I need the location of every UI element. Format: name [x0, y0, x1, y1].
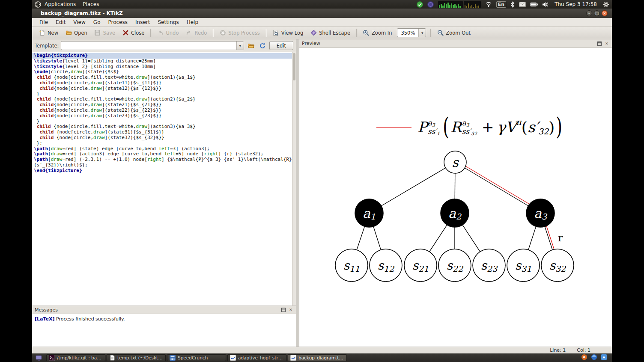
formula-superscript-sub: 3	[432, 122, 435, 128]
close-label: Close	[131, 30, 144, 36]
menu-file[interactable]: File	[36, 18, 52, 26]
code-token: child	[37, 74, 51, 80]
keyboard-layout-indicator[interactable]: En	[496, 1, 506, 8]
wifi-icon[interactable]	[485, 1, 492, 7]
terminal-icon	[49, 355, 55, 361]
applications-menu[interactable]: Applications	[41, 0, 79, 9]
code-token: ](action3){$a_3$}	[147, 124, 196, 129]
distributor-logo-icon[interactable]	[35, 1, 41, 8]
toolbar: NewOpenSaveCloseUndoRedoStop ProcessView…	[32, 27, 612, 39]
code-token: [	[48, 157, 51, 162]
toolbar-separator	[266, 29, 266, 37]
battery-icon[interactable]	[530, 3, 538, 6]
desktop: Applications Places En	[32, 0, 612, 362]
menu-settings[interactable]: Settings	[154, 18, 182, 26]
code-token	[34, 124, 37, 129]
editor-scrollbar[interactable]	[292, 52, 296, 306]
code-token: =red] (state) edge [curve to,bend	[62, 146, 158, 151]
tray-icon-browser[interactable]	[591, 354, 597, 362]
formula-red-line	[376, 127, 411, 128]
zoom-level-combobox[interactable]: 350%▾	[397, 28, 426, 37]
redo-label: Redo	[194, 30, 207, 36]
zoomin-button[interactable]: Zoom In	[360, 28, 395, 38]
menu-go[interactable]: Go	[89, 18, 104, 26]
zoom-dropdown-arrow-icon[interactable]: ▾	[418, 29, 426, 37]
code-token	[34, 74, 37, 80]
code-token: \begin{tikzpicture}	[34, 53, 88, 58]
zoomin-label: Zoom In	[372, 30, 392, 36]
shell-label: Shell Escape	[319, 30, 350, 36]
taskbar-item-label: backup_diagram.tikz ...	[298, 355, 344, 360]
formula-subscript-sub: 32	[471, 131, 477, 136]
viewlog-button[interactable]: View Log	[269, 28, 307, 38]
close-window-button[interactable]: ×	[602, 10, 608, 16]
preview-title: Preview	[302, 41, 597, 46]
formula-segment: s′	[528, 119, 538, 136]
code-line[interactable]: child{node[circle,draw](state12){$s_{12}…	[32, 86, 292, 92]
code-token: child	[39, 129, 54, 135]
code-token	[34, 86, 39, 91]
code-token: =red] (-2.3,1) -- +(1,0) node[	[62, 157, 147, 162]
bluetooth-icon[interactable]	[510, 1, 515, 8]
preview-float-button[interactable]	[597, 41, 602, 46]
code-line[interactable]: \end{tikzpicture}	[32, 168, 292, 174]
taskbar-item[interactable]: /tmp/ktikz.git : bash ...	[46, 354, 105, 361]
mail-icon[interactable]	[519, 2, 526, 7]
ktikz-icon	[290, 355, 296, 361]
template-dropdown-arrow-icon[interactable]: ▾	[236, 42, 244, 50]
template-combobox[interactable]: ▾	[61, 41, 244, 50]
code-token: }	[34, 91, 39, 97]
code-token: ](state23){$s_{23}$}}	[102, 113, 161, 119]
open-button[interactable]: Open	[62, 28, 90, 38]
code-token: ](action2){$a_2$}	[147, 96, 196, 102]
shell-button[interactable]: Shell Escape	[307, 28, 353, 38]
preview-panel[interactable]: sa1a2a3s11s12s21s22s23s31s32r Pa3ss′1(Ra…	[299, 48, 612, 347]
vertical-splitter[interactable]	[296, 39, 299, 347]
code-line[interactable]: child {node[circle,draw](state32){$s_{32…	[32, 135, 292, 141]
new-button[interactable]: New	[36, 28, 61, 38]
tray-icon-software[interactable]	[581, 354, 587, 362]
close-button[interactable]: Close	[119, 28, 147, 38]
template-reload-button[interactable]	[258, 41, 267, 50]
minimize-button[interactable]: –	[586, 10, 592, 16]
editor-scrollbar-handle[interactable]	[293, 53, 295, 80]
menu-insert[interactable]: Insert	[131, 18, 154, 26]
formula-segment: P	[417, 119, 427, 136]
code-token: [	[48, 146, 51, 151]
code-token	[34, 102, 39, 107]
menu-edit[interactable]: Edit	[52, 18, 69, 26]
taskbar-item[interactable]: SpeedCrunch	[167, 354, 226, 361]
taskbar-item-label: adaptive_hopf_struc...	[238, 355, 284, 360]
menu-view[interactable]: View	[69, 18, 89, 26]
clock[interactable]: Thu Sep 3 17:58	[553, 1, 599, 7]
maximize-button[interactable]: □	[594, 10, 600, 16]
update-ok-icon[interactable]	[417, 1, 423, 8]
formula-segment: (	[443, 113, 449, 140]
places-menu[interactable]: Places	[79, 0, 102, 9]
system-monitor-applet[interactable]	[438, 1, 481, 8]
shell-icon	[310, 30, 317, 36]
menu-help[interactable]: Help	[183, 18, 202, 26]
code-area[interactable]: \begin{tikzpicture}\tikzstyle{level 1}=[…	[32, 53, 292, 174]
gear-menu-icon[interactable]	[603, 1, 609, 8]
volume-icon[interactable]	[542, 2, 549, 7]
menu-process[interactable]: Process	[104, 18, 131, 26]
show-desktop-button[interactable]	[34, 354, 43, 361]
messages-float-button[interactable]	[281, 307, 286, 312]
tray-icon-files[interactable]	[601, 354, 607, 362]
code-token: ](action1){$a_1$}	[147, 74, 196, 80]
taskbar-item[interactable]: temp.txt (~/Desktop...	[107, 354, 166, 361]
formula-segment: 32	[538, 127, 549, 136]
code-token: (s'_{32})\right)$};	[34, 162, 88, 168]
window-titlebar[interactable]: backup_diagram.tikz - KTikZ – □ ×	[32, 9, 612, 18]
template-edit-button[interactable]: Edit	[269, 41, 293, 50]
zoomout-button[interactable]: Zoom Out	[434, 28, 474, 38]
taskbar-item[interactable]: backup_diagram.tikz ...	[288, 354, 347, 361]
session-indicator-icon[interactable]	[427, 1, 434, 8]
taskbar-item[interactable]: adaptive_hopf_struc...	[227, 354, 286, 361]
template-open-folder-button[interactable]	[246, 41, 256, 50]
messages-close-button[interactable]: ✕	[288, 307, 293, 312]
preview-close-button[interactable]: ✕	[604, 41, 609, 46]
code-editor[interactable]: \begin{tikzpicture}\tikzstyle{level 1}=[…	[32, 52, 296, 306]
code-line[interactable]: child{node[circle,draw](state23){$s_{23}…	[32, 113, 292, 119]
